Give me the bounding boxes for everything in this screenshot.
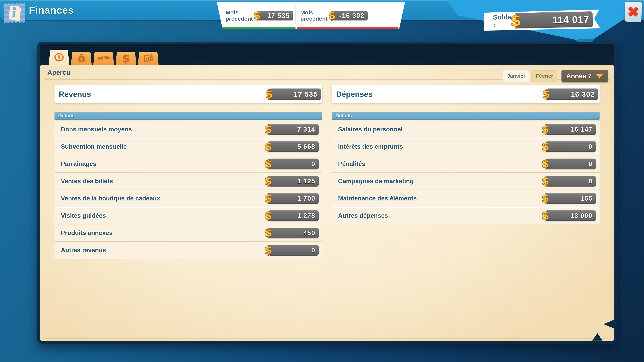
previous-month-income-value: 17 535 bbox=[267, 12, 293, 19]
table-row: Maintenance des éléments $155 bbox=[332, 190, 600, 207]
period-controls: Janvier Février Année 7 bbox=[503, 70, 608, 82]
previous-month-income-pill: $ 17 535 bbox=[258, 11, 293, 20]
balance-pill: $ 114 017 bbox=[515, 11, 593, 28]
expenses-total-pill: $ 16 302 bbox=[546, 88, 598, 100]
tab-money-bag[interactable]: $ bbox=[71, 52, 92, 65]
receipt-book-glyph bbox=[9, 5, 20, 20]
table-row: Campagnes de marketing $0 bbox=[332, 173, 600, 190]
panel-corner-notch bbox=[592, 333, 602, 341]
panel-corner-notch bbox=[604, 320, 614, 329]
year-dropdown[interactable]: Année 7 bbox=[562, 70, 608, 82]
finances-screen: Finances Mois précédent $ 17 535 Mois pr… bbox=[0, 0, 644, 362]
table-row: Visites guidées $1 278 bbox=[54, 207, 322, 224]
panel-header: Aperçu Janvier Février Année 7 bbox=[40, 65, 614, 79]
revenues-details-header: Détails bbox=[54, 112, 322, 120]
dollar-icon: $ bbox=[542, 87, 550, 100]
close-button[interactable] bbox=[624, 2, 642, 22]
dollar-icon: $ bbox=[264, 244, 272, 256]
dollar-icon: $ bbox=[264, 226, 272, 239]
expenses-header-card: Dépenses $ 16 302 bbox=[332, 85, 600, 103]
close-icon bbox=[628, 6, 639, 17]
dollar-icon: $ bbox=[542, 140, 549, 153]
dollar-icon: $ bbox=[542, 174, 549, 187]
dollar-icon: $ bbox=[510, 11, 522, 30]
handshake-icon bbox=[97, 54, 110, 63]
expenses-details-header: Détails bbox=[332, 112, 600, 120]
balance-value: 114 017 bbox=[552, 13, 593, 25]
dollar-icon: $ bbox=[542, 157, 549, 170]
tab-partnerships[interactable] bbox=[93, 52, 114, 65]
table-row: Autres dépenses $13 000 bbox=[332, 207, 600, 224]
revenues-title: Revenus bbox=[54, 90, 91, 99]
previous-month-banner: Mois précédent $ 17 535 Mois précédent $… bbox=[217, 2, 405, 29]
finances-window: i $ $ bbox=[37, 42, 617, 344]
revenues-total: 17 535 bbox=[294, 90, 321, 98]
table-row: Parrainages $0 bbox=[54, 156, 322, 172]
content-area: Revenus $ 17 535 Détails Dons mensuels m… bbox=[42, 79, 612, 339]
dollar-icon: $ bbox=[264, 174, 272, 187]
expenses-column: Dépenses $ 16 302 Détails Salaires du pe… bbox=[332, 85, 600, 338]
dollar-icon: $ bbox=[254, 9, 261, 22]
year-dropdown-label: Année 7 bbox=[566, 72, 592, 80]
previous-month-expenses-label: Mois précédent bbox=[300, 9, 328, 22]
expenses-total: 16 302 bbox=[571, 90, 598, 98]
balance-banner: Solde : $ 114 017 bbox=[484, 9, 600, 31]
dollar-icon: $ bbox=[264, 157, 272, 170]
dollar-icon: $ bbox=[264, 140, 272, 153]
table-row: Ventes de la boutique de cadeaux $1 700 bbox=[54, 190, 322, 207]
month-button-january[interactable]: Janvier bbox=[503, 70, 530, 82]
table-row: Dons mensuels moyens $7 314 bbox=[54, 121, 322, 138]
overview-panel: Aperçu Janvier Février Année 7 Revenus bbox=[40, 65, 614, 341]
previous-month-expenses: Mois précédent $ -16 302 bbox=[296, 2, 405, 29]
previous-month-income: Mois précédent $ 17 535 bbox=[217, 2, 296, 29]
revenues-header-card: Revenus $ 17 535 bbox=[54, 85, 322, 103]
expenses-title: Dépenses bbox=[332, 90, 372, 99]
bar-chart-icon bbox=[142, 54, 154, 63]
section-title: Aperçu bbox=[47, 69, 70, 76]
month-button-february[interactable]: Février bbox=[532, 70, 558, 82]
dollar-icon: $ bbox=[542, 123, 549, 136]
table-row: Produits annexes $450 bbox=[54, 225, 322, 241]
previous-month-income-label: Mois précédent bbox=[226, 9, 253, 22]
table-row: Intérêts des emprunts $0 bbox=[332, 138, 600, 155]
previous-month-expenses-value: -16 302 bbox=[339, 12, 368, 19]
dollar-icon: $ bbox=[265, 87, 273, 100]
table-row: Autres revenus $0 bbox=[54, 242, 322, 259]
dollar-icon: $ bbox=[328, 9, 336, 22]
svg-text:$: $ bbox=[80, 57, 83, 61]
dollar-icon: $ bbox=[122, 52, 130, 65]
dollar-icon: $ bbox=[264, 209, 272, 222]
revenues-column: Revenus $ 17 535 Détails Dons mensuels m… bbox=[54, 85, 322, 338]
chevron-down-icon bbox=[595, 73, 604, 79]
tab-overview[interactable]: i bbox=[49, 50, 70, 66]
table-row: Subvention mensuelle $5 668 bbox=[54, 138, 322, 155]
table-row: Ventes des billets $1 125 bbox=[54, 173, 322, 190]
tab-statistics[interactable] bbox=[138, 52, 159, 65]
table-row: Salaires du personnel $16 147 bbox=[332, 121, 600, 138]
dollar-icon: $ bbox=[264, 192, 272, 205]
dollar-icon: $ bbox=[264, 123, 272, 136]
revenues-total-pill: $ 17 535 bbox=[269, 88, 321, 100]
receipt-info-icon bbox=[3, 1, 26, 24]
dollar-icon: $ bbox=[542, 209, 549, 222]
table-row: Pénalités $0 bbox=[332, 156, 600, 172]
dollar-icon: $ bbox=[542, 192, 549, 205]
money-bag-icon: $ bbox=[76, 53, 87, 63]
tab-money[interactable]: $ bbox=[116, 52, 136, 65]
info-icon: i bbox=[54, 53, 64, 61]
previous-month-expenses-pill: $ -16 302 bbox=[332, 11, 368, 20]
